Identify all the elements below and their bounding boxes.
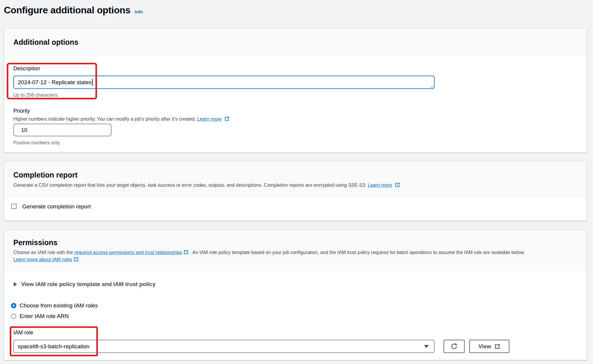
- iam-role-dropdown[interactable]: spacelift-s3-batch-replication: [13, 340, 435, 353]
- completion-report-description: Generate a CSV completion report that li…: [13, 182, 400, 189]
- external-link-icon: [224, 116, 229, 122]
- permissions-description-line2: Learn more about IAM roles .: [13, 257, 80, 263]
- view-button-label: View: [479, 343, 491, 350]
- radio-existing-iam-roles-label[interactable]: Choose from existing IAM roles: [20, 302, 98, 309]
- completion-report-card-header: [4, 162, 586, 197]
- priority-input[interactable]: 10: [13, 124, 111, 136]
- iam-role-selected-value: spacelift-s3-batch-replication: [18, 343, 90, 350]
- learn-more-iam-roles-link[interactable]: Learn more about IAM roles: [13, 257, 72, 262]
- external-link-icon: [495, 344, 500, 349]
- external-link-icon: [184, 250, 189, 256]
- priority-learn-more-link[interactable]: Learn more: [197, 116, 221, 122]
- info-link[interactable]: Info: [135, 9, 143, 14]
- expander-triangle-icon: [13, 282, 17, 287]
- description-textarea[interactable]: 2024-07-12 - Replicate states: [13, 76, 435, 89]
- generate-completion-report-label[interactable]: Generate completion report: [22, 203, 91, 210]
- priority-value: 10: [21, 127, 27, 133]
- chevron-down-icon: [424, 345, 429, 348]
- additional-options-card-header: [4, 28, 586, 56]
- completion-report-learn-more-link[interactable]: Learn more: [368, 183, 392, 188]
- completion-report-card: [4, 162, 587, 221]
- view-button[interactable]: View: [469, 340, 509, 353]
- external-link-icon: [395, 182, 400, 189]
- permissions-title: Permissions: [13, 238, 58, 247]
- description-label: Description: [13, 66, 40, 72]
- refresh-icon: [451, 343, 457, 350]
- expander-label: View IAM role policy template and IAM tr…: [21, 281, 156, 288]
- additional-options-title: Additional options: [13, 38, 78, 47]
- priority-description: Higher numbers indicate higher priority.…: [13, 116, 229, 122]
- text-cursor: [92, 79, 93, 86]
- completion-report-title: Completion report: [13, 171, 78, 179]
- view-iam-policy-expander[interactable]: View IAM role policy template and IAM tr…: [13, 281, 156, 288]
- resize-grip-icon[interactable]: [429, 84, 433, 88]
- iam-role-label: IAM role: [13, 330, 33, 336]
- priority-constraint: Positive numbers only.: [13, 140, 61, 146]
- radio-enter-iam-role-arn-label[interactable]: Enter IAM role ARN: [20, 313, 69, 320]
- generate-completion-report-checkbox[interactable]: [11, 204, 17, 209]
- priority-label: Priority: [13, 108, 30, 114]
- radio-enter-iam-role-arn[interactable]: [11, 314, 16, 319]
- required-permissions-link[interactable]: required access permissions and trust re…: [74, 250, 182, 255]
- permissions-description-line1: Choose an IAM role with the required acc…: [13, 250, 525, 256]
- refresh-button[interactable]: [444, 340, 465, 353]
- external-link-icon: [74, 257, 79, 263]
- page-header: Configure additional options Info: [4, 5, 143, 16]
- page: Configure additional options Info Additi…: [0, 0, 593, 364]
- radio-existing-iam-roles[interactable]: [11, 303, 16, 308]
- description-value: 2024-07-12 - Replicate states: [18, 79, 92, 86]
- description-constraint: Up to 256 characters.: [13, 92, 59, 98]
- page-title: Configure additional options: [4, 5, 130, 16]
